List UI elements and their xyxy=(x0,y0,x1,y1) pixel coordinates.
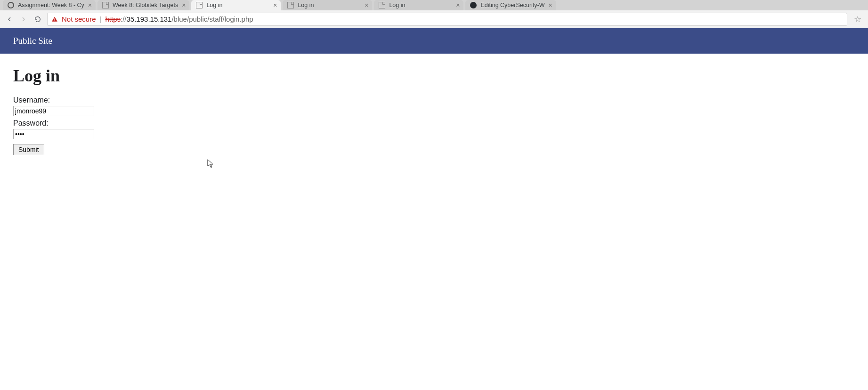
page-title: Log in xyxy=(13,66,855,86)
bookmark-star-icon[interactable]: ☆ xyxy=(852,14,863,24)
close-tab-icon[interactable]: × xyxy=(456,2,460,8)
browser-tab-1[interactable]: Week 8: Globitek Targets × xyxy=(97,0,189,10)
browser-toolbar: Not secure | https://35.193.15.131/blue/… xyxy=(0,10,868,28)
url-host: 35.193.15.131 xyxy=(127,15,172,23)
url-text: https://35.193.15.131/blue/public/staff/… xyxy=(105,15,253,23)
not-secure-icon xyxy=(51,16,58,23)
favicon-page-icon xyxy=(102,2,109,8)
favicon-page-icon xyxy=(287,2,294,8)
close-tab-icon[interactable]: × xyxy=(365,2,368,8)
not-secure-label: Not secure xyxy=(62,15,96,23)
tab-title: Log in xyxy=(389,2,452,8)
nav-reload-button[interactable] xyxy=(33,15,42,24)
svg-rect-0 xyxy=(54,18,55,20)
favicon-circle-c-icon xyxy=(8,2,14,8)
username-input[interactable] xyxy=(13,106,94,116)
favicon-page-icon xyxy=(196,2,203,8)
close-tab-icon[interactable]: × xyxy=(273,2,277,8)
browser-tab-4[interactable]: Log in × xyxy=(374,0,463,10)
omnibox-separator: | xyxy=(100,15,102,23)
site-header: Public Site xyxy=(0,28,868,54)
url-scheme-sep: :// xyxy=(121,15,127,23)
password-input[interactable] xyxy=(13,129,94,139)
tab-title: Editing CyberSecurity-W xyxy=(480,2,544,8)
close-tab-icon[interactable]: × xyxy=(88,2,92,8)
close-tab-icon[interactable]: × xyxy=(182,2,186,8)
nav-back-button[interactable] xyxy=(5,15,14,24)
browser-tab-3[interactable]: Log in × xyxy=(283,0,372,10)
browser-tab-0[interactable]: Assignment: Week 8 - Cy × xyxy=(3,0,96,10)
favicon-github-icon xyxy=(470,2,477,8)
url-scheme: https xyxy=(105,15,121,23)
close-tab-icon[interactable]: × xyxy=(549,2,552,8)
username-label: Username: xyxy=(13,96,855,104)
browser-tab-5[interactable]: Editing CyberSecurity-W × xyxy=(465,0,556,10)
browser-tabstrip: Assignment: Week 8 - Cy × Week 8: Globit… xyxy=(0,0,868,10)
nav-forward-button xyxy=(19,15,28,24)
favicon-page-icon xyxy=(379,2,385,8)
public-site-link[interactable]: Public Site xyxy=(13,36,52,46)
page-content: Log in Username: Password: Submit xyxy=(0,54,868,162)
svg-rect-1 xyxy=(54,20,55,21)
password-label: Password: xyxy=(13,119,855,127)
tab-title: Week 8: Globitek Targets xyxy=(113,2,178,8)
address-bar[interactable]: Not secure | https://35.193.15.131/blue/… xyxy=(47,13,847,26)
browser-tab-2[interactable]: Log in × xyxy=(191,0,281,10)
tab-title: Assignment: Week 8 - Cy xyxy=(18,2,84,8)
submit-button[interactable]: Submit xyxy=(13,144,44,155)
tab-title: Log in xyxy=(298,2,361,8)
tab-title: Log in xyxy=(206,2,269,8)
url-path: /blue/public/staff/login.php xyxy=(171,15,253,23)
